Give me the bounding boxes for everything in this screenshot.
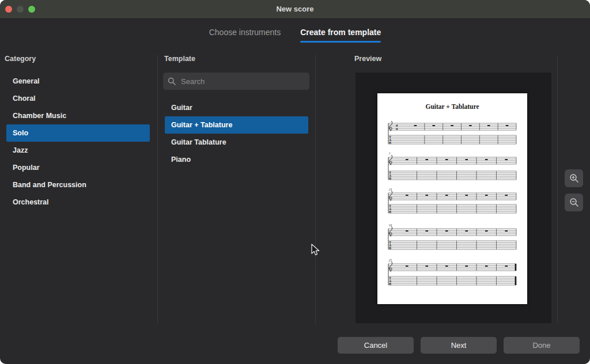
preview-area: Guitar + Tablature44TAB7TAB13TAB19TAB25T…	[355, 73, 551, 323]
active-tab-underline	[300, 41, 381, 43]
svg-text:7: 7	[389, 152, 391, 156]
category-item-orchestral[interactable]: Orchestral	[6, 194, 150, 211]
tab-create-from-template[interactable]: Create from template	[300, 28, 381, 43]
svg-text:B: B	[389, 210, 391, 214]
svg-text:25: 25	[389, 259, 392, 262]
zoom-in-button[interactable]	[565, 169, 583, 187]
cancel-button[interactable]: Cancel	[338, 337, 414, 354]
category-item-chamber-music[interactable]: Chamber Music	[6, 107, 150, 124]
tab-choose-instruments[interactable]: Choose instruments	[209, 28, 281, 43]
category-item-jazz[interactable]: Jazz	[6, 142, 150, 159]
zoom-out-button[interactable]	[565, 194, 583, 211]
template-panel-header: Template	[164, 55, 195, 63]
panel-divider	[315, 55, 316, 323]
preview-panel-header: Preview	[354, 55, 381, 63]
done-button[interactable]: Done	[504, 337, 580, 354]
tab-bar: Choose instrumentsCreate from template	[0, 28, 590, 43]
svg-text:4: 4	[396, 127, 398, 131]
template-item-guitar[interactable]: Guitar	[165, 99, 308, 116]
score-preview-svg: Guitar + Tablature44TAB7TAB13TAB19TAB25T…	[377, 93, 527, 304]
score-preview-page: Guitar + Tablature44TAB7TAB13TAB19TAB25T…	[377, 93, 527, 304]
search-box[interactable]	[163, 73, 309, 90]
category-list: GeneralChoralChamber MusicSoloJazzPopula…	[0, 73, 157, 211]
next-button[interactable]: Next	[421, 337, 497, 354]
category-item-band-and-percussion[interactable]: Band and Percussion	[6, 176, 150, 194]
category-item-choral[interactable]: Choral	[6, 90, 150, 107]
zoom-in-icon	[569, 173, 579, 183]
svg-text:B: B	[389, 247, 391, 250]
svg-text:Guitar + Tablature: Guitar + Tablature	[425, 103, 479, 110]
search-icon	[168, 77, 176, 85]
category-item-solo[interactable]: Solo	[6, 124, 150, 142]
titlebar: New score	[0, 0, 590, 19]
new-score-dialog: New score Choose instrumentsCreate from …	[0, 0, 590, 364]
svg-text:B: B	[389, 282, 391, 286]
template-list: GuitarGuitar + TablatureGuitar Tablature…	[158, 99, 315, 168]
panel-divider	[557, 55, 558, 323]
svg-text:B: B	[389, 177, 391, 180]
template-item-guitar-tablature[interactable]: Guitar Tablature	[165, 134, 308, 151]
svg-text:13: 13	[389, 188, 392, 191]
category-panel-header: Category	[5, 55, 36, 63]
svg-text:19: 19	[389, 223, 392, 227]
window-title: New score	[0, 0, 590, 18]
category-item-popular[interactable]: Popular	[6, 159, 150, 176]
zoom-out-icon	[569, 198, 579, 207]
category-item-general[interactable]: General	[6, 73, 150, 90]
svg-text:B: B	[389, 141, 391, 145]
template-item-piano[interactable]: Piano	[165, 151, 308, 168]
search-input[interactable]	[180, 77, 305, 86]
panel-divider	[157, 55, 158, 323]
template-item-guitar-tablature[interactable]: Guitar + Tablature	[165, 116, 308, 134]
mouse-cursor	[311, 244, 321, 256]
